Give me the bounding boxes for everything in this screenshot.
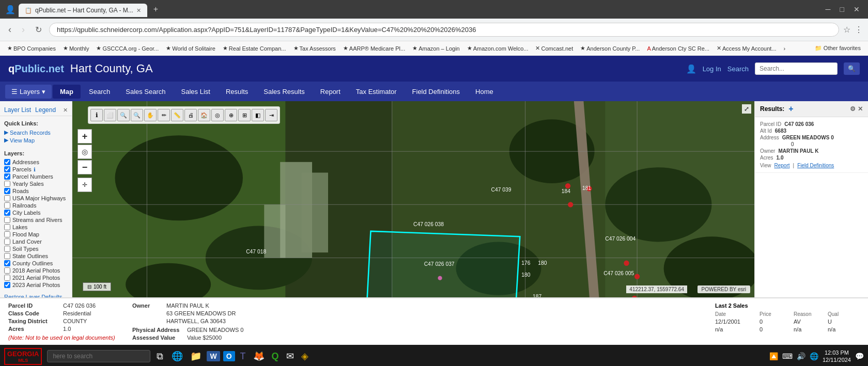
nav-item-sales-list[interactable]: Sales List bbox=[174, 85, 218, 99]
other-favorites[interactable]: 📁 Other favorites bbox=[812, 44, 864, 53]
bookmark-taxassessors[interactable]: ★Tax Assessors bbox=[290, 44, 339, 53]
panel-close-icon[interactable]: ✕ bbox=[63, 107, 68, 114]
layer-addresses[interactable]: Addresses bbox=[4, 158, 68, 166]
bookmark-aarp[interactable]: ★AARP® Medicare Pl... bbox=[340, 44, 408, 53]
results-add-icon[interactable]: + bbox=[788, 104, 793, 114]
bookmark-realestate[interactable]: ★Real Estate Compan... bbox=[220, 44, 289, 53]
map-tool-draw[interactable]: ✏ bbox=[158, 109, 170, 121]
taskbar-task-view[interactable]: ⧉ bbox=[153, 351, 166, 362]
map-tool-measure[interactable]: 📏 bbox=[171, 109, 183, 121]
map-tool-search[interactable]: ◎ bbox=[211, 109, 224, 121]
map-tool-zoom-out[interactable]: 🔍 bbox=[131, 109, 143, 121]
layer-2023-aerial-checkbox[interactable] bbox=[4, 282, 10, 288]
nav-item-map[interactable]: Map bbox=[53, 85, 81, 99]
layer-railroads-checkbox[interactable] bbox=[4, 202, 10, 209]
result-field-defs-link[interactable]: Field Definitions bbox=[797, 163, 834, 168]
layer-soil-types[interactable]: Soil Types bbox=[4, 245, 68, 252]
legend-tab[interactable]: Legend bbox=[35, 106, 56, 114]
map-tool-settings[interactable]: ◧ bbox=[252, 109, 264, 121]
taskbar-word[interactable]: W bbox=[207, 351, 220, 361]
bookmark-bpo[interactable]: ★BPO Companies bbox=[4, 44, 59, 53]
taskbar-quickbooks[interactable]: Q bbox=[270, 351, 281, 362]
reload-button[interactable]: ↻ bbox=[32, 23, 45, 37]
layer-streams-checkbox[interactable] bbox=[4, 217, 10, 223]
map-tool-pan[interactable]: ✋ bbox=[144, 109, 157, 121]
layer-county-outlines-checkbox[interactable] bbox=[4, 260, 10, 266]
layer-streams[interactable]: Streams and Rivers bbox=[4, 216, 68, 224]
bookmark-access[interactable]: ✕Access My Account... bbox=[714, 44, 780, 53]
map-tool-aerial[interactable]: 🏠 bbox=[198, 109, 210, 121]
address-bar[interactable] bbox=[49, 23, 839, 37]
layer-addresses-checkbox[interactable] bbox=[4, 159, 10, 165]
layer-state-outlines[interactable]: State Outlines bbox=[4, 252, 68, 260]
taskbar-notification[interactable]: 💬 bbox=[855, 352, 864, 360]
bookmark-comcast[interactable]: ✕Comcast.net bbox=[532, 44, 576, 53]
layer-soil-types-checkbox[interactable] bbox=[4, 246, 10, 252]
map-tool-info[interactable]: ℹ bbox=[90, 109, 103, 121]
nav-item-results[interactable]: Results bbox=[219, 85, 255, 99]
map-tool-print[interactable]: 🖨 bbox=[184, 109, 197, 121]
layer-parcels-checkbox[interactable] bbox=[4, 166, 10, 172]
layer-land-cover[interactable]: Land Cover bbox=[4, 238, 68, 245]
app-logo[interactable]: qPublic.net bbox=[8, 63, 64, 75]
back-button[interactable]: ‹ bbox=[5, 22, 14, 37]
layer-yearly-sales-checkbox[interactable] bbox=[4, 181, 10, 187]
bookmarks-more[interactable]: › bbox=[781, 44, 789, 53]
layer-usa-highways[interactable]: USA Major Highways bbox=[4, 195, 68, 202]
taskbar-firefox[interactable]: 🦊 bbox=[251, 351, 267, 362]
layer-roads[interactable]: Roads bbox=[4, 187, 68, 195]
map-tool-select[interactable]: ⬜ bbox=[104, 109, 116, 121]
layer-2018-aerial-checkbox[interactable] bbox=[4, 267, 10, 274]
bookmark-solitaire[interactable]: ★World of Solitaire bbox=[163, 44, 219, 53]
layer-2018-aerial[interactable]: 2018 Aerial Photos bbox=[4, 267, 68, 274]
layer-roads-checkbox[interactable] bbox=[4, 188, 10, 194]
layer-parcels-info-icon[interactable]: ℹ bbox=[34, 167, 36, 172]
layer-lakes-checkbox[interactable] bbox=[4, 224, 10, 230]
login-link[interactable]: Log In bbox=[703, 65, 721, 73]
layer-parcel-numbers[interactable]: Parcel Numbers bbox=[4, 173, 68, 180]
bookmark-amazon[interactable]: ★Amazon.com Welco... bbox=[464, 44, 532, 53]
header-search-input[interactable] bbox=[755, 62, 838, 75]
browser-menu[interactable]: ⋮ bbox=[855, 25, 863, 35]
browser-profile[interactable]: 👤 bbox=[5, 5, 16, 14]
layer-state-outlines-checkbox[interactable] bbox=[4, 253, 10, 259]
bookmark-gsccca[interactable]: ★GSCCCA.org - Geor... bbox=[93, 44, 162, 53]
map-expand-icon[interactable]: ⤢ bbox=[742, 104, 751, 114]
new-tab-button[interactable]: + bbox=[148, 2, 163, 17]
map-tool-layers2[interactable]: ⊕ bbox=[225, 109, 237, 121]
layer-city-labels-checkbox[interactable] bbox=[4, 210, 10, 216]
active-tab[interactable]: 📋 qPublic.net – Hart County, GA - M... ✕ bbox=[19, 4, 147, 17]
layer-land-cover-checkbox[interactable] bbox=[4, 238, 10, 245]
search-records-link[interactable]: ▶ Search Records bbox=[4, 129, 68, 136]
bookmark-monthly[interactable]: ★Monthly bbox=[60, 44, 92, 53]
layer-2021-aerial-checkbox[interactable] bbox=[4, 275, 10, 281]
layer-lakes[interactable]: Lakes bbox=[4, 224, 68, 231]
layer-yearly-sales[interactable]: Yearly Sales bbox=[4, 180, 68, 187]
forward-button[interactable]: › bbox=[19, 22, 28, 37]
bookmark-anderson1[interactable]: ★Anderson County P... bbox=[577, 44, 643, 53]
taskbar-mail[interactable]: ✉ bbox=[284, 351, 296, 362]
layer-county-outlines[interactable]: County Outlines bbox=[4, 260, 68, 267]
restore-link[interactable]: Restore Layer Defaults bbox=[0, 291, 72, 297]
nav-item-sales-results[interactable]: Sales Results bbox=[256, 85, 312, 99]
layer-flood-map-checkbox[interactable] bbox=[4, 231, 10, 237]
taskbar-app-icon[interactable]: ◈ bbox=[299, 351, 311, 362]
layer-railroads[interactable]: Railroads bbox=[4, 202, 68, 209]
header-search-button[interactable]: 🔍 bbox=[844, 62, 860, 75]
layer-parcels[interactable]: Parcels ℹ bbox=[4, 166, 68, 173]
window-close[interactable]: ✕ bbox=[850, 5, 863, 13]
result-report-link[interactable]: Report bbox=[774, 163, 790, 168]
bookmark-anderson2[interactable]: AAnderson Cty SC Re... bbox=[644, 44, 712, 53]
bookmark-amazon-login[interactable]: ★Amazon – Login bbox=[409, 44, 463, 53]
results-close-icon[interactable]: ✕ bbox=[858, 105, 863, 113]
layer-city-labels[interactable]: City Labels bbox=[4, 209, 68, 216]
taskbar-explorer[interactable]: 📁 bbox=[188, 351, 204, 362]
mls-search-input[interactable] bbox=[47, 350, 150, 362]
layer-parcel-numbers-checkbox[interactable] bbox=[4, 173, 10, 180]
window-maximize[interactable]: □ bbox=[837, 5, 847, 13]
nav-item-search[interactable]: Search bbox=[82, 85, 117, 99]
nav-item-home[interactable]: Home bbox=[468, 85, 501, 99]
taskbar-outlook[interactable]: O bbox=[223, 351, 235, 361]
layer-2021-aerial[interactable]: 2021 Aerial Photos bbox=[4, 274, 68, 281]
layer-2023-aerial[interactable]: 2023 Aerial Photos bbox=[4, 281, 68, 289]
